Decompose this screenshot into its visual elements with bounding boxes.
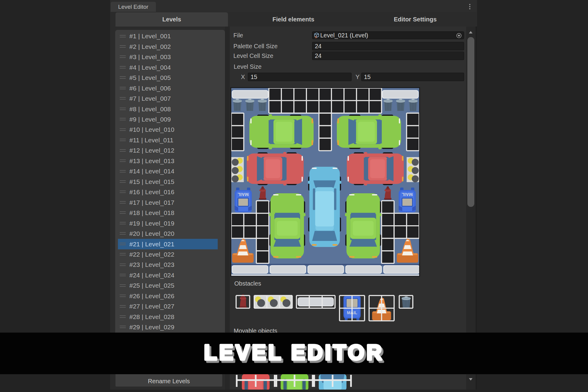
svg-text:LEVEL EDITOR: LEVEL EDITOR xyxy=(204,341,384,364)
svg-text:MAIL: MAIL xyxy=(238,192,249,197)
svg-text:{}: {} xyxy=(315,36,317,38)
svg-text:MAIL: MAIL xyxy=(402,192,413,197)
